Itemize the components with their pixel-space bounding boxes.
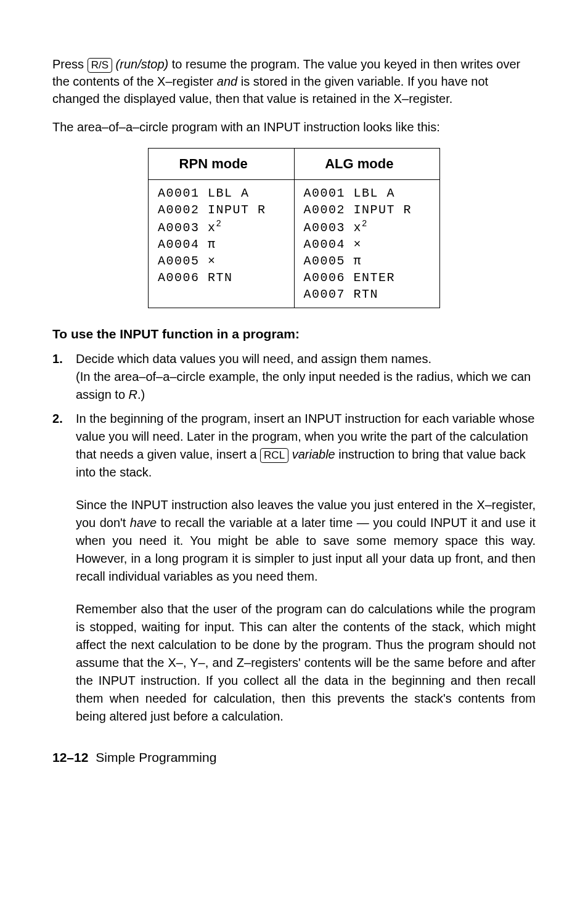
code-line: A0002 INPUT R [304, 203, 412, 217]
text: have [130, 516, 157, 529]
table-head-rpn: RPN mode [148, 149, 294, 180]
paragraph: Since the INPUT instruction also leaves … [76, 496, 536, 586]
code-line: A0007 RTN [304, 287, 379, 301]
program-table: RPN mode ALG mode A0001 LBL A A0002 INPU… [148, 148, 440, 308]
paragraph-1: Press R/S (run/stop) to resume the progr… [52, 55, 536, 107]
table-cell-alg: A0001 LBL A A0002 INPUT R A0003 x2 A0004… [294, 180, 440, 308]
code-line: A0006 ENTER [304, 271, 396, 285]
table-head-alg: ALG mode [294, 149, 440, 180]
text: .) [137, 388, 145, 401]
text: and [217, 75, 237, 88]
superscript: 2 [362, 219, 368, 229]
rcl-key-icon: RCL [260, 448, 288, 463]
text: (run/stop) [116, 57, 169, 71]
text: Decide which data values you will need, … [76, 352, 431, 366]
rs-key-icon: R/S [88, 58, 112, 73]
page-footer: 12–12 Simple Programming [52, 750, 536, 765]
code-line: A0001 LBL A [158, 186, 250, 200]
list-item: Decide which data values you will need, … [52, 350, 536, 404]
code-line: A0004 × [304, 237, 362, 251]
page-number: 12–12 [52, 750, 88, 764]
text: Press [52, 57, 88, 71]
section-heading: To use the INPUT function in a program: [52, 327, 536, 341]
code-line: A0001 LBL A [304, 186, 396, 200]
code-line: A0003 x [158, 221, 216, 235]
instruction-list: Decide which data values you will need, … [52, 350, 536, 725]
paragraph-2: The area–of–a–circle program with an INP… [52, 118, 536, 136]
footer-title: Simple Programming [96, 750, 216, 764]
code-line: A0002 INPUT R [158, 203, 266, 217]
code-line: A0004 π [158, 237, 216, 251]
code-line: A0005 π [304, 254, 362, 268]
code-line: A0005 × [158, 254, 216, 268]
text: variable [288, 447, 335, 461]
code-line: A0003 x [304, 221, 362, 235]
code-line: A0006 RTN [158, 271, 233, 285]
paragraph: Remember also that the user of the progr… [76, 600, 536, 725]
superscript: 2 [216, 219, 222, 229]
table-cell-rpn: A0001 LBL A A0002 INPUT R A0003 x2 A0004… [148, 180, 294, 308]
list-item: In the beginning of the program, insert … [52, 410, 536, 725]
text: R [129, 388, 137, 401]
